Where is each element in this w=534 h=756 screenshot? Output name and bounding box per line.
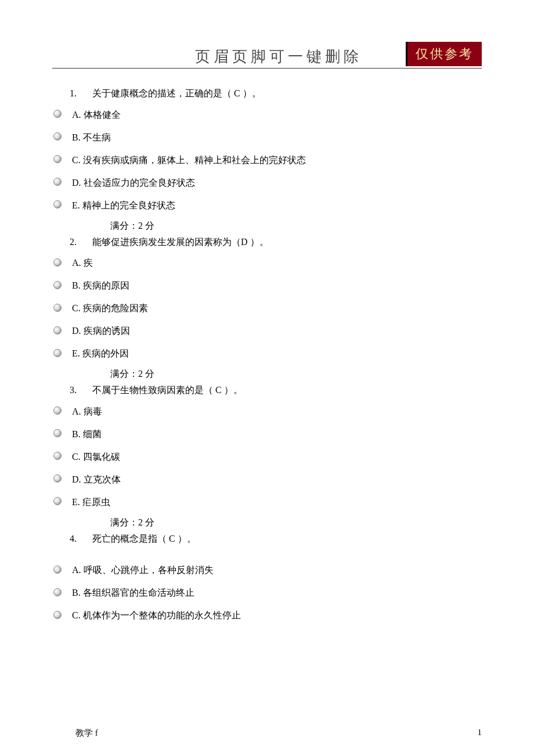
page-number: 1: [478, 728, 482, 739]
option-row[interactable]: B. 各组织器官的生命活动终止: [52, 585, 482, 599]
footer-left: 教学 f: [52, 728, 98, 739]
option-row[interactable]: D. 疾病的诱因: [52, 323, 482, 337]
question-number: 4.: [70, 531, 90, 546]
question-text: 2. 能够促进疾病发生发展的因素称为（D ）。: [52, 235, 482, 250]
option-label: A. 疾: [72, 255, 93, 269]
question-stem: 死亡的概念是指（ C ）。: [92, 534, 196, 543]
radio-icon[interactable]: [53, 155, 62, 163]
radio-icon[interactable]: [53, 178, 62, 186]
radio-icon[interactable]: [53, 497, 62, 505]
option-label: E. 疟原虫: [72, 494, 110, 509]
radio-icon[interactable]: [53, 429, 62, 437]
question-text: 4. 死亡的概念是指（ C ）。: [52, 531, 482, 546]
option-label: C. 机体作为一个整体的功能的永久性停止: [72, 607, 241, 622]
radio-icon[interactable]: [53, 281, 62, 289]
footer: 教学 f 1: [52, 728, 482, 739]
option-row[interactable]: A. 病毒: [52, 404, 482, 418]
question-1: 1. 关于健康概念的描述，正确的是（ C ）。 A. 体格健全 B. 不生病 C…: [52, 86, 482, 232]
option-row[interactable]: A. 疾: [52, 255, 482, 269]
radio-icon[interactable]: [53, 406, 62, 415]
option-label: A. 病毒: [72, 404, 102, 418]
option-row[interactable]: B. 不生病: [52, 129, 482, 144]
radio-icon[interactable]: [53, 304, 62, 312]
option-label: A. 体格健全: [72, 107, 121, 121]
option-label: C. 四氯化碳: [72, 449, 120, 463]
question-stem: 关于健康概念的描述，正确的是（ C ）。: [92, 88, 261, 98]
option-row[interactable]: B. 细菌: [52, 426, 482, 441]
radio-icon[interactable]: [53, 566, 62, 574]
radio-icon[interactable]: [53, 110, 62, 118]
radio-icon[interactable]: [53, 349, 62, 357]
option-row[interactable]: A. 呼吸、心跳停止，各种反射消失: [52, 562, 482, 577]
option-label: D. 立克次体: [72, 471, 121, 486]
page-container: 页眉页脚可一键删除 仅供参考 1. 关于健康概念的描述，正确的是（ C ）。 A…: [0, 0, 534, 756]
option-row[interactable]: C. 四氯化碳: [52, 449, 482, 463]
option-row[interactable]: E. 疟原虫: [52, 494, 482, 509]
question-number: 3.: [70, 383, 90, 398]
option-row[interactable]: C. 机体作为一个整体的功能的永久性停止: [52, 607, 482, 622]
option-row[interactable]: C. 疾病的危险因素: [52, 300, 482, 315]
option-label: D. 社会适应力的完全良好状态: [72, 175, 195, 189]
radio-icon[interactable]: [53, 588, 62, 596]
option-row[interactable]: E. 疾病的外因: [52, 345, 482, 360]
option-label: B. 各组织器官的生命活动终止: [72, 585, 194, 599]
question-number: 2.: [70, 235, 90, 250]
option-row[interactable]: E. 精神上的完全良好状态: [52, 197, 482, 212]
radio-icon[interactable]: [53, 132, 62, 141]
option-label: C. 疾病的危险因素: [72, 300, 148, 315]
question-4: 4. 死亡的概念是指（ C ）。 A. 呼吸、心跳停止，各种反射消失 B. 各组…: [52, 531, 482, 622]
radio-icon[interactable]: [53, 611, 62, 619]
header-badge: 仅供参考: [406, 42, 482, 66]
option-label: E. 疾病的外因: [72, 345, 129, 360]
question-stem: 不属于生物性致病因素的是（ C ）。: [92, 385, 243, 395]
radio-icon[interactable]: [53, 326, 62, 334]
question-stem: 能够促进疾病发生发展的因素称为（D ）。: [92, 237, 269, 247]
option-label: A. 呼吸、心跳停止，各种反射消失: [72, 562, 214, 577]
header-bar: 页眉页脚可一键删除 仅供参考: [52, 46, 482, 69]
header-title: 页眉页脚可一键删除: [172, 46, 362, 67]
question-number: 1.: [70, 86, 90, 101]
option-row[interactable]: D. 立克次体: [52, 471, 482, 486]
option-label: B. 疾病的原因: [72, 278, 129, 292]
option-label: B. 细菌: [72, 426, 102, 441]
score-line: 满分：2 分: [52, 368, 482, 380]
question-3: 3. 不属于生物性致病因素的是（ C ）。 A. 病毒 B. 细菌 C. 四氯化…: [52, 383, 482, 529]
radio-icon[interactable]: [53, 474, 62, 483]
radio-icon[interactable]: [53, 258, 62, 267]
option-label: E. 精神上的完全良好状态: [72, 197, 175, 212]
option-label: B. 不生病: [72, 129, 111, 144]
option-label: D. 疾病的诱因: [72, 323, 130, 337]
option-row[interactable]: D. 社会适应力的完全良好状态: [52, 175, 482, 189]
question-2: 2. 能够促进疾病发生发展的因素称为（D ）。 A. 疾 B. 疾病的原因 C.…: [52, 235, 482, 381]
option-row[interactable]: C. 没有疾病或病痛，躯体上、精神上和社会上的完好状态: [52, 152, 482, 167]
question-text: 3. 不属于生物性致病因素的是（ C ）。: [52, 383, 482, 398]
question-text: 1. 关于健康概念的描述，正确的是（ C ）。: [52, 86, 482, 101]
option-row[interactable]: A. 体格健全: [52, 107, 482, 121]
option-label: C. 没有疾病或病痛，躯体上、精神上和社会上的完好状态: [72, 152, 306, 167]
option-row[interactable]: B. 疾病的原因: [52, 278, 482, 292]
score-line: 满分：2 分: [52, 220, 482, 232]
radio-icon[interactable]: [53, 200, 62, 208]
score-line: 满分：2 分: [52, 517, 482, 529]
radio-icon[interactable]: [53, 452, 62, 460]
